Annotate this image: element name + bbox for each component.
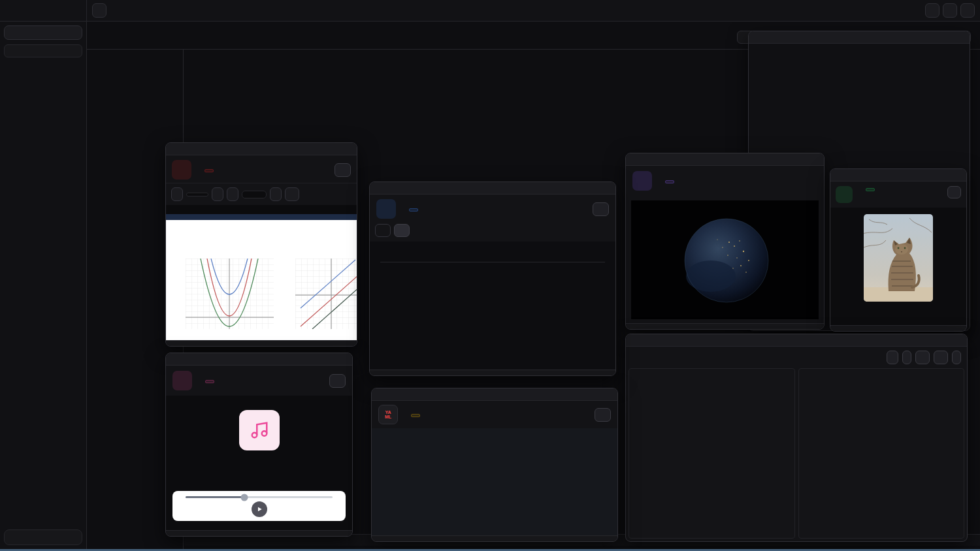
user-menu[interactable] bbox=[4, 529, 82, 545]
pdf-header bbox=[166, 155, 357, 183]
play-button[interactable] bbox=[252, 501, 267, 517]
host-search-input[interactable] bbox=[4, 44, 82, 57]
topbar-controls bbox=[925, 3, 975, 18]
diff-left-pane[interactable] bbox=[629, 368, 795, 539]
markdown-badge bbox=[409, 208, 418, 212]
next-page-button[interactable] bbox=[212, 187, 223, 201]
markdown-heading bbox=[380, 257, 605, 262]
download-button[interactable] bbox=[595, 408, 611, 422]
image-title-bar[interactable] bbox=[830, 169, 966, 181]
previous-page-button[interactable] bbox=[171, 187, 183, 201]
earth-video-frame bbox=[631, 200, 819, 319]
pdf-title-bar[interactable] bbox=[166, 143, 357, 155]
video-header bbox=[626, 166, 824, 196]
video-player[interactable] bbox=[631, 201, 819, 318]
video-title-bar[interactable] bbox=[626, 153, 824, 166]
side-by-side-button[interactable] bbox=[887, 351, 898, 364]
code-editor[interactable] bbox=[372, 428, 617, 535]
back-button[interactable] bbox=[186, 52, 197, 63]
audio-player bbox=[172, 491, 346, 521]
download-page-button[interactable] bbox=[285, 187, 299, 201]
host-groups bbox=[4, 63, 82, 526]
search-in-file-icon[interactable] bbox=[561, 203, 573, 215]
download-button[interactable] bbox=[335, 163, 351, 177]
page-indicator bbox=[186, 193, 208, 197]
preview-mode-icon[interactable] bbox=[319, 164, 331, 176]
download-button[interactable] bbox=[329, 374, 346, 388]
expand-icon[interactable] bbox=[324, 355, 333, 364]
seek-thumb[interactable] bbox=[241, 494, 248, 501]
search-in-file-icon[interactable] bbox=[303, 164, 315, 176]
pdf-badge bbox=[204, 169, 214, 172]
image-file-icon bbox=[836, 186, 853, 203]
chevron-down-button[interactable] bbox=[925, 3, 939, 18]
admin-settings-button[interactable] bbox=[943, 3, 957, 18]
markdown-footer-path bbox=[370, 370, 615, 375]
video-file-icon bbox=[632, 171, 652, 191]
zoom-level bbox=[242, 191, 267, 198]
refresh-button[interactable] bbox=[231, 52, 242, 63]
image-badge bbox=[866, 188, 875, 191]
image-viewer[interactable] bbox=[837, 214, 960, 319]
seek-slider[interactable] bbox=[186, 496, 333, 498]
code-title-bar[interactable] bbox=[372, 388, 617, 401]
refresh-diff-button[interactable] bbox=[952, 351, 961, 364]
chevron-up-button[interactable] bbox=[960, 3, 975, 18]
close-icon[interactable] bbox=[338, 355, 346, 364]
close-icon[interactable] bbox=[955, 33, 964, 42]
download-button[interactable] bbox=[947, 186, 961, 198]
tab-preview[interactable] bbox=[394, 224, 410, 237]
forward-button[interactable] bbox=[201, 52, 212, 63]
preview-mode-icon[interactable] bbox=[577, 203, 589, 215]
preview-mode-icon[interactable] bbox=[579, 409, 591, 420]
yaml-file-icon: YAML bbox=[378, 405, 398, 424]
up-button[interactable] bbox=[216, 52, 227, 63]
close-icon[interactable] bbox=[953, 336, 961, 345]
search-in-file-icon[interactable] bbox=[563, 409, 575, 420]
close-icon[interactable] bbox=[603, 390, 612, 399]
host-manager-button[interactable] bbox=[4, 25, 82, 40]
markdown-preview[interactable] bbox=[370, 242, 615, 370]
toggle-view-button[interactable] bbox=[902, 351, 911, 364]
diff-title-bar[interactable] bbox=[626, 334, 967, 347]
close-icon[interactable] bbox=[342, 145, 351, 153]
expand-icon[interactable] bbox=[939, 336, 947, 345]
close-icon[interactable] bbox=[601, 184, 610, 193]
expand-icon[interactable] bbox=[329, 145, 337, 153]
audio-file-icon bbox=[172, 371, 192, 390]
tab-edit[interactable] bbox=[375, 224, 391, 237]
pdf-window bbox=[165, 142, 357, 347]
video-badge bbox=[665, 180, 674, 183]
code-footer-path bbox=[372, 535, 617, 541]
code-badge bbox=[411, 414, 420, 417]
expand-icon[interactable] bbox=[938, 171, 947, 180]
expand-icon[interactable] bbox=[589, 390, 598, 399]
zoom-out-button[interactable] bbox=[227, 187, 238, 201]
diff-right-pane[interactable] bbox=[798, 368, 965, 539]
pdf-graph-parabolas bbox=[186, 259, 274, 329]
download-left-button[interactable] bbox=[915, 351, 930, 364]
pdf-footer-path bbox=[166, 340, 357, 346]
diff-toolbar bbox=[626, 347, 967, 368]
download-button[interactable] bbox=[593, 202, 609, 216]
pdf-viewport[interactable] bbox=[166, 205, 357, 340]
tab-bar bbox=[87, 0, 980, 22]
cat-photo bbox=[864, 214, 933, 302]
markdown-title-bar[interactable] bbox=[370, 182, 615, 195]
audio-stage bbox=[166, 396, 352, 530]
expand-icon[interactable] bbox=[587, 184, 596, 193]
brand-box bbox=[0, 0, 87, 22]
zoom-in-button[interactable] bbox=[270, 187, 282, 201]
top-bar bbox=[0, 0, 980, 22]
close-icon[interactable] bbox=[952, 171, 960, 180]
download-right-button[interactable] bbox=[934, 351, 948, 364]
audio-title-bar[interactable] bbox=[166, 353, 352, 366]
expand-icon[interactable] bbox=[941, 33, 950, 42]
terminal-title-bar[interactable] bbox=[749, 31, 970, 44]
home-tab-button[interactable] bbox=[92, 3, 106, 18]
audio-badge bbox=[205, 380, 214, 383]
video-footer-path bbox=[626, 323, 824, 329]
pdf-file-icon bbox=[172, 160, 191, 180]
markdown-mode-tabs bbox=[370, 223, 615, 242]
pdf-toolbar bbox=[166, 183, 357, 205]
